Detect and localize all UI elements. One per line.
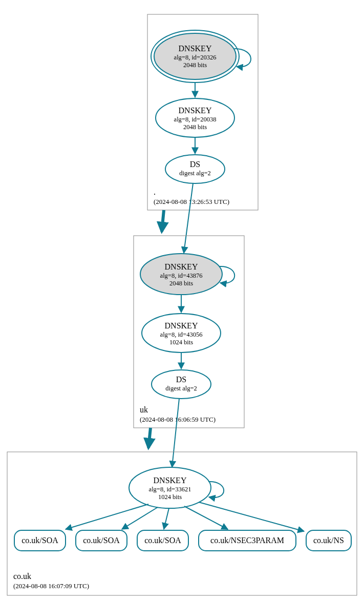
edge-uk-ds-to-couk-ksk bbox=[172, 399, 179, 467]
node-root-dnskey-ksk: DNSKEY alg=8, id=20326 2048 bits bbox=[151, 30, 239, 82]
svg-point-10 bbox=[165, 155, 225, 183]
edge-couk-dnskey-rr1 bbox=[66, 504, 148, 529]
node-couk-soa-1: co.uk/SOA bbox=[14, 530, 66, 551]
svg-text:co.uk/SOA: co.uk/SOA bbox=[83, 536, 120, 545]
node-couk-ns: co.uk/NS bbox=[306, 530, 351, 551]
edge-zone-root-to-uk bbox=[162, 210, 164, 232]
zone-root-name: . bbox=[154, 188, 156, 196]
node-root-dnskey-zsk: DNSKEY alg=8, id=20038 2048 bits bbox=[156, 98, 234, 137]
svg-text:co.uk/NSEC3PARAM: co.uk/NSEC3PARAM bbox=[210, 536, 284, 545]
edge-zone-uk-to-couk bbox=[148, 428, 151, 448]
zone-couk: co.uk (2024-08-08 16:07:09 UTC) DNSKEY a… bbox=[7, 452, 357, 595]
zone-uk: uk (2024-08-08 16:06:59 UTC) DNSKEY alg=… bbox=[134, 236, 244, 428]
svg-text:co.uk/NS: co.uk/NS bbox=[313, 536, 344, 545]
svg-text:2048 bits: 2048 bits bbox=[169, 280, 193, 287]
svg-text:2048 bits: 2048 bits bbox=[183, 61, 207, 69]
node-uk-dnskey-zsk: DNSKEY alg=8, id=43056 1024 bits bbox=[142, 314, 221, 353]
svg-text:co.uk/SOA: co.uk/SOA bbox=[22, 536, 58, 545]
svg-text:alg=8, id=43876: alg=8, id=43876 bbox=[160, 272, 203, 279]
node-root-ds: DS digest alg=2 bbox=[165, 155, 225, 183]
svg-text:DNSKEY: DNSKEY bbox=[179, 44, 212, 53]
svg-text:DS: DS bbox=[176, 375, 186, 384]
svg-text:alg=8, id=33621: alg=8, id=33621 bbox=[149, 486, 191, 493]
edge-root-ds-to-uk-ksk bbox=[184, 183, 193, 253]
edge-couk-dnskey-rr5 bbox=[199, 502, 304, 531]
edge-couk-dnskey-rr3 bbox=[164, 508, 169, 529]
svg-text:2048 bits: 2048 bits bbox=[183, 123, 207, 131]
svg-text:alg=8, id=43056: alg=8, id=43056 bbox=[160, 331, 203, 338]
zone-uk-name: uk bbox=[140, 405, 148, 414]
svg-text:digest alg=2: digest alg=2 bbox=[179, 170, 211, 177]
svg-text:digest alg=2: digest alg=2 bbox=[165, 385, 197, 392]
svg-point-22 bbox=[152, 370, 211, 399]
zone-couk-name: co.uk bbox=[13, 572, 31, 581]
node-uk-ds: DS digest alg=2 bbox=[152, 370, 211, 399]
zone-root-time: (2024-08-08 13:26:53 UTC) bbox=[154, 198, 229, 205]
svg-text:DNSKEY: DNSKEY bbox=[179, 106, 212, 115]
node-couk-soa-2: co.uk/SOA bbox=[76, 530, 127, 551]
svg-text:DS: DS bbox=[190, 160, 200, 169]
svg-text:DNSKEY: DNSKEY bbox=[165, 262, 198, 271]
svg-text:1024 bits: 1024 bits bbox=[169, 339, 193, 346]
edge-couk-dnskey-rr4 bbox=[184, 506, 228, 529]
svg-text:1024 bits: 1024 bits bbox=[158, 493, 182, 501]
svg-text:alg=8, id=20038: alg=8, id=20038 bbox=[174, 116, 217, 123]
zone-couk-time: (2024-08-08 16:07:09 UTC) bbox=[13, 582, 89, 590]
zone-root: . (2024-08-08 13:26:53 UTC) DNSKEY alg=8… bbox=[147, 14, 258, 210]
node-uk-dnskey-ksk: DNSKEY alg=8, id=43876 2048 bits bbox=[140, 254, 222, 295]
dnssec-graph: . (2024-08-08 13:26:53 UTC) DNSKEY alg=8… bbox=[0, 0, 364, 601]
svg-text:alg=8, id=20326: alg=8, id=20326 bbox=[174, 54, 217, 61]
svg-text:DNSKEY: DNSKEY bbox=[154, 476, 187, 485]
node-couk-soa-3: co.uk/SOA bbox=[137, 530, 188, 551]
svg-text:co.uk/SOA: co.uk/SOA bbox=[144, 536, 181, 545]
svg-text:DNSKEY: DNSKEY bbox=[165, 321, 198, 330]
node-couk-nsec3param: co.uk/NSEC3PARAM bbox=[199, 530, 296, 551]
